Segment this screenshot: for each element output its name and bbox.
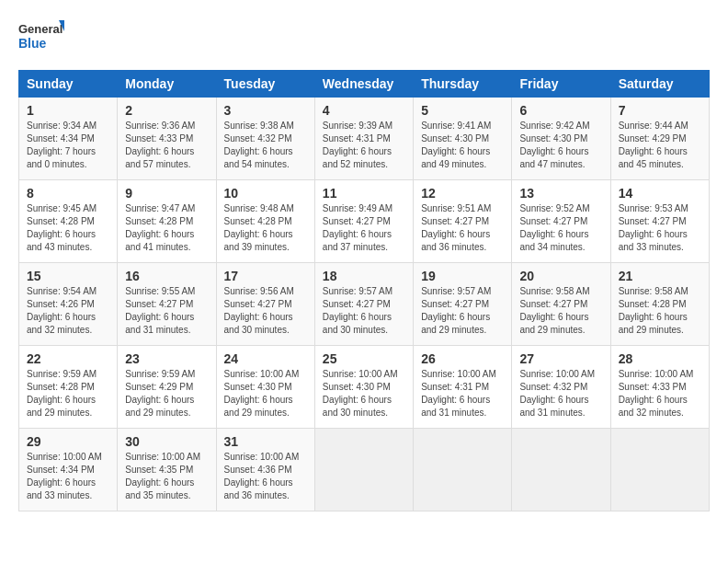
day-info: Sunrise: 9:57 AMSunset: 4:27 PMDaylight:…: [421, 285, 504, 337]
calendar-day-cell: 11Sunrise: 9:49 AMSunset: 4:27 PMDayligh…: [314, 180, 413, 263]
day-info: Sunrise: 9:52 AMSunset: 4:27 PMDaylight:…: [519, 202, 602, 254]
day-info: Sunrise: 10:00 AMSunset: 4:34 PMDaylight…: [27, 451, 109, 502]
day-info: Sunrise: 9:45 AMSunset: 4:28 PMDaylight:…: [27, 202, 109, 254]
calendar-day-cell: 14Sunrise: 9:53 AMSunset: 4:27 PMDayligh…: [610, 180, 709, 263]
calendar-day-cell: 26Sunrise: 10:00 AMSunset: 4:31 PMDaylig…: [414, 346, 512, 429]
calendar-table: SundayMondayTuesdayWednesdayThursdayFrid…: [18, 70, 710, 511]
day-info: Sunrise: 9:57 AMSunset: 4:27 PMDaylight:…: [323, 285, 405, 337]
day-number: 4: [323, 103, 405, 118]
calendar-day-header: Friday: [512, 71, 610, 98]
day-number: 2: [125, 103, 208, 118]
day-number: 9: [125, 186, 208, 201]
day-number: 27: [519, 351, 602, 366]
calendar-day-cell: 24Sunrise: 10:00 AMSunset: 4:30 PMDaylig…: [216, 346, 314, 429]
day-number: 25: [323, 351, 405, 366]
day-info: Sunrise: 9:58 AMSunset: 4:28 PMDaylight:…: [619, 285, 701, 337]
day-info: Sunrise: 9:36 AMSunset: 4:33 PMDaylight:…: [125, 120, 208, 171]
day-info: Sunrise: 10:00 AMSunset: 4:31 PMDaylight…: [421, 368, 504, 419]
logo-svg: General Blue: [18, 18, 64, 55]
calendar-day-cell: 2Sunrise: 9:36 AMSunset: 4:33 PMDaylight…: [118, 98, 216, 180]
calendar-day-cell: [414, 429, 512, 511]
day-info: Sunrise: 10:00 AMSunset: 4:35 PMDaylight…: [125, 451, 208, 502]
day-number: 13: [519, 186, 602, 201]
day-number: 31: [224, 434, 307, 449]
day-number: 6: [519, 103, 602, 118]
day-number: 1: [27, 103, 109, 118]
calendar-day-cell: 29Sunrise: 10:00 AMSunset: 4:34 PMDaylig…: [19, 429, 118, 511]
calendar-day-cell: 4Sunrise: 9:39 AMSunset: 4:31 PMDaylight…: [314, 98, 413, 180]
day-number: 24: [224, 351, 307, 366]
calendar-day-cell: 19Sunrise: 9:57 AMSunset: 4:27 PMDayligh…: [414, 263, 512, 346]
day-number: 16: [125, 269, 208, 283]
calendar-week-row: 1Sunrise: 9:34 AMSunset: 4:34 PMDaylight…: [19, 98, 710, 180]
calendar-day-cell: 9Sunrise: 9:47 AMSunset: 4:28 PMDaylight…: [118, 180, 216, 263]
day-info: Sunrise: 10:00 AMSunset: 4:36 PMDaylight…: [224, 451, 307, 502]
calendar-day-cell: 25Sunrise: 10:00 AMSunset: 4:30 PMDaylig…: [314, 346, 413, 429]
day-info: Sunrise: 9:56 AMSunset: 4:27 PMDaylight:…: [224, 285, 307, 337]
calendar-day-cell: 21Sunrise: 9:58 AMSunset: 4:28 PMDayligh…: [610, 263, 709, 346]
logo: General Blue: [18, 18, 64, 55]
day-info: Sunrise: 9:34 AMSunset: 4:34 PMDaylight:…: [27, 120, 109, 171]
day-number: 30: [125, 434, 208, 449]
calendar-day-cell: 7Sunrise: 9:44 AMSunset: 4:29 PMDaylight…: [610, 98, 709, 180]
day-number: 20: [519, 269, 602, 283]
calendar-day-cell: 23Sunrise: 9:59 AMSunset: 4:29 PMDayligh…: [118, 346, 216, 429]
day-info: Sunrise: 9:38 AMSunset: 4:32 PMDaylight:…: [224, 120, 307, 171]
calendar-week-row: 22Sunrise: 9:59 AMSunset: 4:28 PMDayligh…: [19, 346, 710, 429]
day-info: Sunrise: 9:58 AMSunset: 4:27 PMDaylight:…: [519, 285, 602, 337]
calendar-day-cell: 17Sunrise: 9:56 AMSunset: 4:27 PMDayligh…: [216, 263, 314, 346]
page-header: General Blue: [18, 18, 710, 55]
calendar-day-cell: 12Sunrise: 9:51 AMSunset: 4:27 PMDayligh…: [414, 180, 512, 263]
calendar-day-cell: 13Sunrise: 9:52 AMSunset: 4:27 PMDayligh…: [512, 180, 610, 263]
day-number: 18: [323, 269, 405, 283]
day-number: 3: [224, 103, 307, 118]
calendar-day-cell: [512, 429, 610, 511]
day-info: Sunrise: 10:00 AMSunset: 4:30 PMDaylight…: [323, 368, 405, 419]
calendar-week-row: 29Sunrise: 10:00 AMSunset: 4:34 PMDaylig…: [19, 429, 710, 511]
calendar-day-cell: 1Sunrise: 9:34 AMSunset: 4:34 PMDaylight…: [19, 98, 118, 180]
calendar-day-cell: 27Sunrise: 10:00 AMSunset: 4:32 PMDaylig…: [512, 346, 610, 429]
day-number: 11: [323, 186, 405, 201]
calendar-day-header: Monday: [118, 71, 216, 98]
calendar-day-cell: 3Sunrise: 9:38 AMSunset: 4:32 PMDaylight…: [216, 98, 314, 180]
day-info: Sunrise: 9:41 AMSunset: 4:30 PMDaylight:…: [421, 120, 504, 171]
day-info: Sunrise: 9:53 AMSunset: 4:27 PMDaylight:…: [619, 202, 701, 254]
day-number: 10: [224, 186, 307, 201]
calendar-day-cell: [314, 429, 413, 511]
day-number: 28: [619, 351, 701, 366]
calendar-day-cell: [610, 429, 709, 511]
calendar-day-cell: 22Sunrise: 9:59 AMSunset: 4:28 PMDayligh…: [19, 346, 118, 429]
calendar-day-cell: 8Sunrise: 9:45 AMSunset: 4:28 PMDaylight…: [19, 180, 118, 263]
calendar-day-header: Saturday: [610, 71, 709, 98]
day-info: Sunrise: 10:00 AMSunset: 4:30 PMDaylight…: [224, 368, 307, 419]
day-info: Sunrise: 9:47 AMSunset: 4:28 PMDaylight:…: [125, 202, 208, 254]
day-number: 19: [421, 269, 504, 283]
calendar-day-cell: 16Sunrise: 9:55 AMSunset: 4:27 PMDayligh…: [118, 263, 216, 346]
calendar-day-cell: 20Sunrise: 9:58 AMSunset: 4:27 PMDayligh…: [512, 263, 610, 346]
day-info: Sunrise: 9:42 AMSunset: 4:30 PMDaylight:…: [519, 120, 602, 171]
day-info: Sunrise: 10:00 AMSunset: 4:32 PMDaylight…: [519, 368, 602, 419]
calendar-day-cell: 6Sunrise: 9:42 AMSunset: 4:30 PMDaylight…: [512, 98, 610, 180]
day-info: Sunrise: 9:59 AMSunset: 4:28 PMDaylight:…: [27, 368, 109, 419]
day-info: Sunrise: 9:49 AMSunset: 4:27 PMDaylight:…: [323, 202, 405, 254]
day-number: 5: [421, 103, 504, 118]
calendar-day-header: Thursday: [414, 71, 512, 98]
calendar-day-cell: 30Sunrise: 10:00 AMSunset: 4:35 PMDaylig…: [118, 429, 216, 511]
calendar-day-cell: 28Sunrise: 10:00 AMSunset: 4:33 PMDaylig…: [610, 346, 709, 429]
day-number: 23: [125, 351, 208, 366]
calendar-week-row: 8Sunrise: 9:45 AMSunset: 4:28 PMDaylight…: [19, 180, 710, 263]
day-number: 21: [619, 269, 701, 283]
day-number: 14: [619, 186, 701, 201]
day-number: 12: [421, 186, 504, 201]
day-info: Sunrise: 9:51 AMSunset: 4:27 PMDaylight:…: [421, 202, 504, 254]
day-info: Sunrise: 9:54 AMSunset: 4:26 PMDaylight:…: [27, 285, 109, 337]
calendar-day-cell: 5Sunrise: 9:41 AMSunset: 4:30 PMDaylight…: [414, 98, 512, 180]
day-number: 8: [27, 186, 109, 201]
calendar-day-header: Sunday: [19, 71, 118, 98]
day-info: Sunrise: 9:39 AMSunset: 4:31 PMDaylight:…: [323, 120, 405, 171]
calendar-header-row: SundayMondayTuesdayWednesdayThursdayFrid…: [19, 71, 710, 98]
calendar-day-header: Tuesday: [216, 71, 314, 98]
calendar-day-cell: 18Sunrise: 9:57 AMSunset: 4:27 PMDayligh…: [314, 263, 413, 346]
day-info: Sunrise: 9:44 AMSunset: 4:29 PMDaylight:…: [619, 120, 701, 171]
svg-text:General: General: [18, 22, 63, 36]
